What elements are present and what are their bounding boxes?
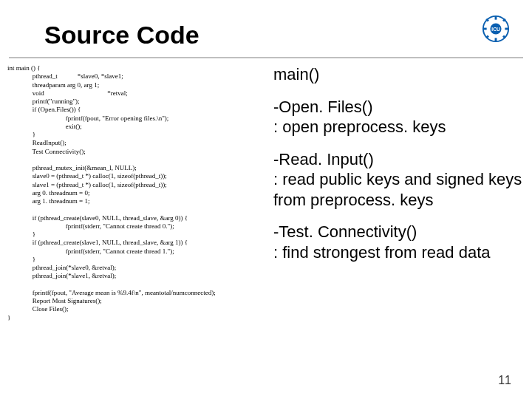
explanation-item: main() xyxy=(273,64,525,85)
svg-rect-3 xyxy=(495,38,497,41)
explanation-item: -Open. Files() : open preprocess. keys xyxy=(273,97,525,137)
explanation-item: -Test. Connectivity() : find strongest f… xyxy=(273,222,525,262)
page-number: 11 xyxy=(498,374,511,387)
icu-logo: ICU xyxy=(482,15,510,43)
slide-title: Source Code xyxy=(44,21,532,50)
svg-text:ICU: ICU xyxy=(491,27,500,32)
svg-rect-5 xyxy=(505,28,508,30)
explanation-column: main() -Open. Files() : open preprocess.… xyxy=(259,64,525,322)
explanation-item: -Read. Input() : read public keys and si… xyxy=(273,149,525,211)
content-row: int main () { pthread_t *slave0, *slave1… xyxy=(0,58,532,322)
gear-icon: ICU xyxy=(482,15,510,43)
svg-rect-2 xyxy=(495,16,497,20)
svg-rect-4 xyxy=(483,28,487,30)
source-code-block: int main () { pthread_t *slave0, *slave1… xyxy=(7,64,259,322)
